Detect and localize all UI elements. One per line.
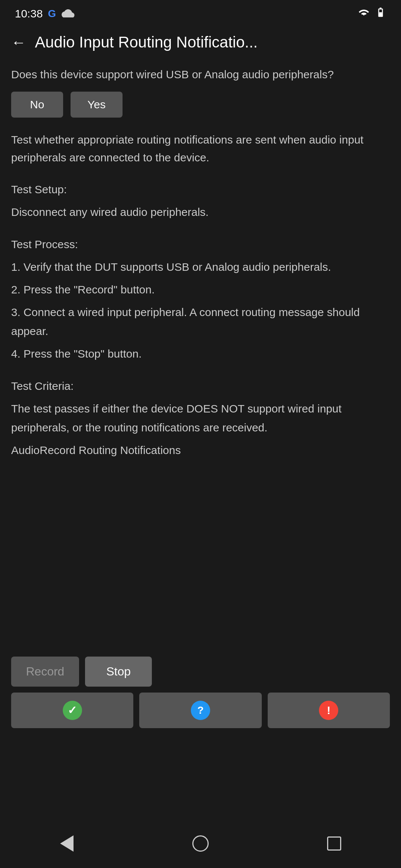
test-criteria-label: Test Criteria: (11, 377, 390, 395)
page-header: ← Audio Input Routing Notificatio... (0, 24, 401, 59)
info-icon: ? (191, 701, 210, 720)
test-criteria-text: The test passes if either the device DOE… (11, 399, 390, 437)
wifi-icon (357, 7, 371, 21)
test-process-label: Test Process: (11, 235, 390, 254)
back-nav-icon (60, 835, 74, 852)
test-criteria-section: Test Criteria: The test passes if either… (11, 377, 390, 460)
status-bar: 10:38 G (0, 0, 401, 24)
test-setup-label: Test Setup: (11, 180, 390, 199)
record-button[interactable]: Record (11, 657, 79, 687)
description-text: Test whether appropriate routing notific… (11, 131, 390, 167)
status-left: 10:38 G (15, 7, 75, 20)
question-text: Does this device support wired USB or An… (11, 66, 390, 83)
fail-icon: ! (319, 701, 338, 720)
test-process-step3: 3. Connect a wired input peripheral. A c… (11, 303, 390, 341)
fail-button[interactable]: ! (268, 693, 390, 728)
home-nav-icon (192, 835, 209, 852)
action-buttons-row: Record Stop (0, 649, 401, 693)
test-process-step4: 4. Press the "Stop" button. (11, 344, 390, 363)
yes-button[interactable]: Yes (71, 92, 123, 118)
svg-rect-1 (379, 12, 382, 14)
test-process-step1: 1. Verify that the DUT supports USB or A… (11, 257, 390, 276)
result-buttons-row: ✓ ? ! (0, 693, 401, 739)
battery-icon (375, 7, 386, 21)
test-setup-text: Disconnect any wired audio peripherals. (11, 203, 390, 221)
back-button[interactable]: ← (11, 34, 26, 51)
home-nav-button[interactable] (186, 832, 215, 855)
content-area: Does this device support wired USB or An… (0, 59, 401, 565)
test-process-step2: 2. Press the "Record" button. (11, 280, 390, 299)
app-name-text: AudioRecord Routing Notifications (11, 441, 390, 460)
recents-nav-icon (327, 836, 341, 851)
recents-nav-button[interactable] (319, 832, 349, 855)
pass-icon: ✓ (63, 701, 82, 720)
info-button[interactable]: ? (139, 693, 261, 728)
no-button[interactable]: No (11, 92, 63, 118)
page-title: Audio Input Routing Notificatio... (35, 33, 390, 51)
test-setup-section: Test Setup: Disconnect any wired audio p… (11, 180, 390, 221)
test-process-section: Test Process: 1. Verify that the DUT sup… (11, 235, 390, 363)
cloud-icon (61, 7, 75, 20)
time-display: 10:38 (15, 7, 43, 20)
google-logo: G (48, 8, 56, 20)
stop-button[interactable]: Stop (85, 657, 152, 687)
status-right (357, 7, 386, 21)
yes-no-row: No Yes (11, 92, 390, 118)
pass-button[interactable]: ✓ (11, 693, 133, 728)
navigation-bar (0, 823, 401, 868)
back-nav-button[interactable] (52, 832, 82, 855)
